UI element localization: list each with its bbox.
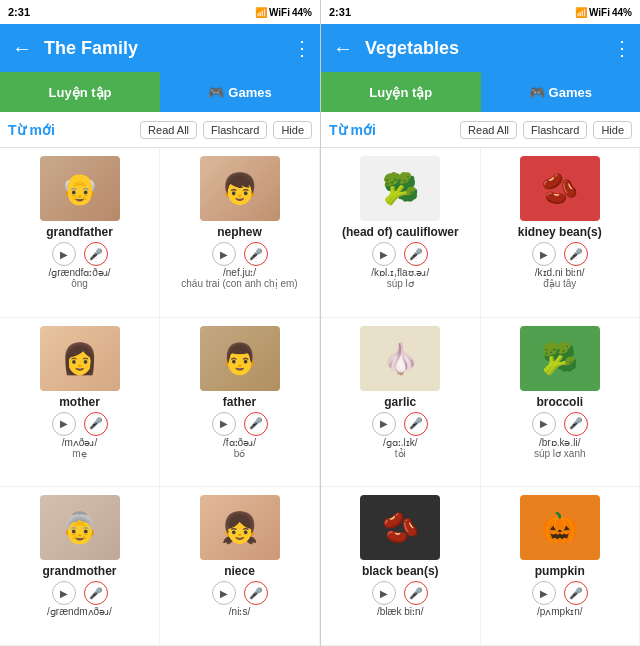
vocab-phonetic: /kɪd.ni biːn/: [535, 267, 585, 278]
section-btn-read-all[interactable]: Read All: [140, 121, 197, 139]
vocab-controls: ▶🎤: [372, 242, 428, 266]
mic-button[interactable]: 🎤: [84, 242, 108, 266]
section-btn-hide[interactable]: Hide: [593, 121, 632, 139]
mic-button[interactable]: 🎤: [404, 412, 428, 436]
vocab-item: 👩mother▶🎤/mʌðəɹ/mẹ: [0, 318, 160, 488]
vocab-image-garlic: 🧄: [360, 326, 440, 391]
mic-button[interactable]: 🎤: [564, 242, 588, 266]
vocab-image-grandfather: 👴: [40, 156, 120, 221]
vocab-controls: ▶🎤: [212, 581, 268, 605]
vocab-name: garlic: [384, 395, 416, 409]
tab-label: Games: [228, 85, 271, 100]
panel-family: 2:31 📶 WiFi 44% ← The Family ⋮ Luyện tập…: [0, 0, 320, 646]
tab-games[interactable]: 🎮Games: [160, 72, 320, 112]
vocab-phonetic: /pʌmpkɪn/: [537, 606, 583, 617]
vocab-name: black bean(s): [362, 564, 439, 578]
status-bar: 2:31 📶 WiFi 44%: [321, 0, 640, 24]
play-button[interactable]: ▶: [372, 412, 396, 436]
vocab-phonetic: /nef.juː/: [223, 267, 256, 278]
header-title: The Family: [44, 38, 284, 59]
tab-label: Games: [549, 85, 592, 100]
vocab-meaning: ông: [71, 278, 88, 289]
wifi-icon: WiFi: [269, 7, 290, 18]
mic-button[interactable]: 🎤: [564, 581, 588, 605]
play-button[interactable]: ▶: [372, 242, 396, 266]
vocab-controls: ▶🎤: [52, 242, 108, 266]
vocab-name: broccoli: [536, 395, 583, 409]
back-button[interactable]: ←: [8, 33, 36, 64]
play-button[interactable]: ▶: [212, 412, 236, 436]
vocab-meaning: cháu trai (con anh chị em): [181, 278, 297, 289]
mic-button[interactable]: 🎤: [244, 581, 268, 605]
back-button[interactable]: ←: [329, 33, 357, 64]
section-btn-flashcard[interactable]: Flashcard: [203, 121, 267, 139]
vocab-item: 🧄garlic▶🎤/ɡɑː.lɪk/tỏi: [321, 318, 481, 488]
vocab-item: 👦nephew▶🎤/nef.juː/cháu trai (con anh chị…: [160, 148, 320, 318]
section-btn-flashcard[interactable]: Flashcard: [523, 121, 587, 139]
mic-button[interactable]: 🎤: [244, 412, 268, 436]
tab-luyện-tập[interactable]: Luyện tập: [321, 72, 481, 112]
vocab-item: 🎃pumpkin▶🎤/pʌmpkɪn/: [481, 487, 641, 646]
vocab-name: grandmother: [42, 564, 116, 578]
vocab-item: 👴grandfather▶🎤/ɡrændfɑːðəɹ/ông: [0, 148, 160, 318]
mic-button[interactable]: 🎤: [404, 242, 428, 266]
play-button[interactable]: ▶: [372, 581, 396, 605]
tab-bar: Luyện tập🎮Games: [321, 72, 640, 112]
vocab-phonetic: /kɒl.ɪˌflaʊ.əɹ/: [371, 267, 429, 278]
play-button[interactable]: ▶: [212, 242, 236, 266]
vocab-meaning: súp lơ xanh: [534, 448, 586, 459]
play-button[interactable]: ▶: [532, 581, 556, 605]
mic-button[interactable]: 🎤: [564, 412, 588, 436]
gamepad-icon: 🎮: [208, 85, 224, 100]
section-header: Từ mớiRead AllFlashcardHide: [321, 112, 640, 148]
play-button[interactable]: ▶: [52, 412, 76, 436]
vocab-controls: ▶🎤: [532, 581, 588, 605]
vocab-meaning: đậu tây: [543, 278, 576, 289]
play-button[interactable]: ▶: [52, 581, 76, 605]
vocab-item: 🫘black bean(s)▶🎤/blæk biːn/: [321, 487, 481, 646]
mic-button[interactable]: 🎤: [84, 412, 108, 436]
vocab-phonetic: /ɡrændfɑːðəɹ/: [48, 267, 110, 278]
vocab-controls: ▶🎤: [372, 581, 428, 605]
play-button[interactable]: ▶: [52, 242, 76, 266]
more-button[interactable]: ⋮: [292, 36, 312, 60]
vocab-name: (head of) cauliflower: [342, 225, 459, 239]
section-btn-read-all[interactable]: Read All: [460, 121, 517, 139]
app-header: ← The Family ⋮: [0, 24, 320, 72]
tab-games[interactable]: 🎮Games: [481, 72, 641, 112]
status-time: 2:31: [8, 6, 30, 18]
vocab-grid: 👴grandfather▶🎤/ɡrændfɑːðəɹ/ông👦nephew▶🎤/…: [0, 148, 320, 646]
tab-luyện-tập[interactable]: Luyện tập: [0, 72, 160, 112]
vocab-item: 👨father▶🎤/fɑːðəɹ/bố: [160, 318, 320, 488]
status-bar: 2:31 📶 WiFi 44%: [0, 0, 320, 24]
tab-label: Luyện tập: [369, 85, 432, 100]
vocab-meaning: bố: [234, 448, 246, 459]
play-button[interactable]: ▶: [532, 242, 556, 266]
vocab-phonetic: /ɡɑː.lɪk/: [383, 437, 418, 448]
vocab-meaning: tỏi: [395, 448, 406, 459]
section-btn-hide[interactable]: Hide: [273, 121, 312, 139]
vocab-image-(head-of)-cauliflower: 🥦: [360, 156, 440, 221]
mic-button[interactable]: 🎤: [404, 581, 428, 605]
vocab-image-father: 👨: [200, 326, 280, 391]
vocab-phonetic: /blæk biːn/: [377, 606, 423, 617]
vocab-item: 🥦broccoli▶🎤/brɒ.kə.li/súp lơ xanh: [481, 318, 641, 488]
vocab-phonetic: /fɑːðəɹ/: [223, 437, 256, 448]
mic-button[interactable]: 🎤: [84, 581, 108, 605]
vocab-name: pumpkin: [535, 564, 585, 578]
vocab-controls: ▶🎤: [372, 412, 428, 436]
vocab-image-mother: 👩: [40, 326, 120, 391]
vocab-name: kidney bean(s): [518, 225, 602, 239]
tab-bar: Luyện tập🎮Games: [0, 72, 320, 112]
mic-button[interactable]: 🎤: [244, 242, 268, 266]
vocab-image-nephew: 👦: [200, 156, 280, 221]
status-icons: 📶 WiFi 44%: [255, 7, 312, 18]
play-button[interactable]: ▶: [532, 412, 556, 436]
vocab-item: 👵grandmother▶🎤/ɡrændmʌðəɹ/: [0, 487, 160, 646]
vocab-phonetic: /mʌðəɹ/: [62, 437, 97, 448]
play-button[interactable]: ▶: [212, 581, 236, 605]
more-button[interactable]: ⋮: [612, 36, 632, 60]
vocab-image-broccoli: 🥦: [520, 326, 600, 391]
tab-label: Luyện tập: [49, 85, 112, 100]
vocab-name: father: [223, 395, 256, 409]
